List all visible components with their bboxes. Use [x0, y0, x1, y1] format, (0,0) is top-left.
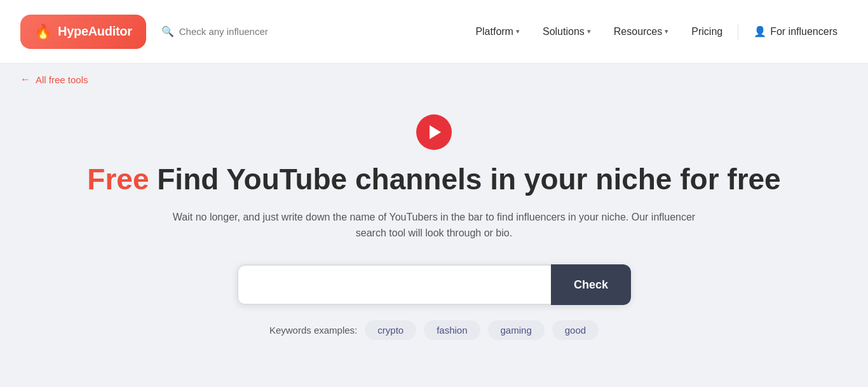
main-content: Free Find YouTube channels in your niche…: [0, 95, 868, 365]
play-button-container: [416, 114, 452, 150]
header: 🔥 HypeAuditor 🔍 Check any influencer Pla…: [0, 0, 868, 64]
back-link[interactable]: ← All free tools: [0, 64, 109, 95]
nav-solutions-label: Solutions: [543, 26, 585, 37]
arrow-left-icon: ←: [20, 74, 31, 85]
nav-platform[interactable]: Platform ▾: [465, 21, 530, 43]
play-button[interactable]: [416, 114, 452, 150]
check-button[interactable]: Check: [551, 264, 631, 305]
search-icon: 🔍: [161, 25, 174, 37]
hero-title-free: Free: [87, 163, 149, 196]
main-search-input[interactable]: [237, 264, 551, 305]
keywords-row: Keywords examples: crypto fashion gaming…: [269, 320, 599, 340]
main-search-bar: Check: [237, 264, 631, 305]
chevron-down-icon: ▾: [516, 27, 520, 36]
nav-pricing-label: Pricing: [691, 26, 722, 37]
back-link-text: All free tools: [36, 74, 88, 85]
keyword-crypto[interactable]: crypto: [365, 320, 416, 340]
play-icon: [430, 125, 441, 139]
keyword-fashion[interactable]: fashion: [424, 320, 480, 340]
chevron-down-icon: ▾: [665, 27, 668, 36]
nav-influencers-label: For influencers: [770, 26, 837, 37]
nav-for-influencers[interactable]: 👤 For influencers: [743, 20, 848, 43]
keyword-good[interactable]: good: [552, 320, 599, 340]
main-nav: Platform ▾ Solutions ▾ Resources ▾ Prici…: [465, 20, 848, 43]
nav-pricing[interactable]: Pricing: [681, 21, 733, 43]
keyword-gaming[interactable]: gaming: [488, 320, 545, 340]
nav-platform-label: Platform: [475, 26, 513, 37]
hero-subtitle: Wait no longer, and just write down the …: [161, 209, 707, 241]
logo-button[interactable]: 🔥 HypeAuditor: [20, 15, 146, 49]
flame-icon: 🔥: [34, 24, 51, 40]
logo-text: HypeAuditor: [58, 24, 132, 39]
nav-divider: [738, 24, 738, 39]
header-search[interactable]: 🔍 Check any influencer: [161, 25, 268, 37]
hero-title: Free Find YouTube channels in your niche…: [87, 163, 780, 196]
chevron-down-icon: ▾: [587, 27, 591, 36]
nav-solutions[interactable]: Solutions ▾: [532, 21, 601, 43]
person-icon: 👤: [754, 25, 766, 37]
header-search-label: Check any influencer: [179, 26, 268, 37]
nav-resources[interactable]: Resources ▾: [604, 21, 679, 43]
hero-title-rest: Find YouTube channels in your niche for …: [149, 163, 780, 196]
keywords-label: Keywords examples:: [269, 325, 357, 336]
nav-resources-label: Resources: [614, 26, 662, 37]
